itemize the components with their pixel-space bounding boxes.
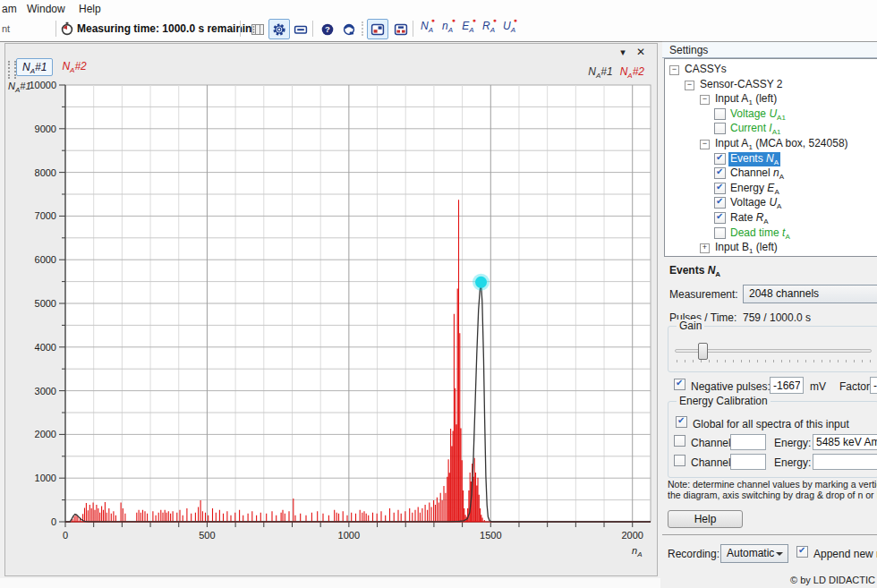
note-text-line1: Note: determine channel values by markin… [668,479,877,490]
tab-bar: NA#1NA#2 [16,58,92,76]
svg-text:4000: 4000 [35,342,56,353]
append-checkbox[interactable] [796,546,808,558]
energy1-input[interactable] [813,434,877,450]
chart-legend: NA#1NA#2 [588,65,644,80]
x-axis-unit: nA [632,545,642,558]
channel1-label: Channel: [691,437,734,449]
help-icon[interactable]: ? [317,19,338,39]
peak-marker[interactable] [475,277,487,288]
energy2-input[interactable] [813,454,877,470]
channel2-input[interactable] [730,454,766,470]
cassy-device-icon[interactable] [390,19,412,39]
toolbar-partial-text: nt [2,23,10,34]
energy-calibration-label: Energy Calibration [677,395,771,407]
tab-NA#2[interactable]: NA#2 [56,58,91,76]
tab-NA#1[interactable]: NA#1 [16,58,53,76]
tree-checkbox[interactable] [714,153,726,165]
energy1-label: Energy: [774,437,811,449]
events-section-title: Events NA [669,264,720,278]
svg-text:0: 0 [63,530,68,541]
svg-text:8000: 8000 [35,167,56,178]
recording-combobox[interactable]: Automatic [720,544,788,563]
collapse-icon[interactable]: − [700,140,710,149]
display-icon[interactable] [290,19,311,39]
svg-text:10000: 10000 [29,80,56,90]
measurement-label: Measurement: [669,288,738,301]
help-button[interactable]: Help [668,510,743,528]
svg-text:7000: 7000 [35,210,56,221]
new-value-dot-icon: ● [431,17,435,23]
note-text-line2: the diagram, axis switching by drag & dr… [668,490,877,500]
expand-icon[interactable]: + [700,243,710,253]
toolbar-separator [55,21,56,37]
legend-entry-NA#2: NA#2 [620,65,644,78]
global-spectra-label: Global for all spectra of this input [693,418,849,430]
svg-text:2000: 2000 [35,429,56,439]
energy2-label: Energy: [774,456,811,469]
svg-text:500: 500 [199,530,215,541]
new-value-dot-icon: ● [514,17,517,23]
cassy-lab-window: { "menu": {"items": ["am", "Window", "He… [0,0,877,588]
menu-bar: am Window Help [0,0,877,18]
svg-text:5000: 5000 [35,298,56,309]
factor-input[interactable] [870,377,877,394]
negative-pulses-input[interactable] [770,377,804,394]
channel1-checkbox[interactable] [674,435,685,447]
collapse-icon[interactable]: − [700,95,710,105]
stopwatch-icon [60,21,74,38]
collapse-icon[interactable]: − [669,65,679,75]
measuring-time-text: Measuring time: 1000.0 s remaining [77,22,259,35]
settings-title: Settings [669,44,708,56]
gain-slider-ticks [677,360,872,362]
drag-handle[interactable] [8,61,16,79]
svg-text:9000: 9000 [35,124,56,134]
global-spectra-checkbox[interactable] [676,416,687,428]
negative-pulses-checkbox[interactable] [674,379,685,390]
y-axis-title: NA#1 [8,81,31,94]
factor-label: Factor: [839,380,873,393]
quantity-button-EA[interactable]: EA● [458,20,478,37]
copyright-text: © by LD DIDACTIC G [790,575,877,585]
tree-checkbox[interactable] [714,108,726,120]
quantity-button-NA[interactable]: NA● [417,20,437,37]
menu-item-help[interactable]: Help [79,3,101,15]
new-value-dot-icon: ● [473,17,476,23]
cassy-connect-icon[interactable] [367,19,388,39]
svg-text:2000: 2000 [621,530,643,541]
quantity-button-RA[interactable]: RA● [479,20,498,37]
collapse-icon[interactable]: − [685,81,694,90]
channel2-checkbox[interactable] [674,455,685,466]
tree-checkbox[interactable] [714,123,726,134]
svg-text:3000: 3000 [35,386,56,396]
channel2-label: Channel: [691,456,734,469]
recording-label: Recording: [668,548,719,560]
menu-item-window[interactable]: Window [27,3,65,15]
layout-icon[interactable] [247,19,268,39]
section-divider [662,534,877,535]
tree-checkbox[interactable] [714,227,726,239]
gain-slider-thumb[interactable] [698,343,708,360]
panel-collapse-icon[interactable]: ▾ [616,46,630,58]
measurement-combobox[interactable]: 2048 channels [743,285,877,303]
tree-checkbox[interactable] [714,212,726,224]
new-value-dot-icon: ● [493,17,497,23]
menu-item-diagram-partial[interactable]: am [2,3,17,15]
quantity-button-UA[interactable]: UA● [499,20,519,37]
negative-pulses-unit: mV [810,380,826,393]
quantity-button-nA[interactable]: nA● [438,20,457,37]
tree-checkbox[interactable] [714,197,726,209]
gear-icon[interactable] [268,19,290,39]
svg-text:1000: 1000 [35,473,56,483]
pulses-time-value: 759 / 1000.0 s [743,311,811,324]
tree-checkbox[interactable] [714,167,726,179]
headset-icon[interactable] [338,19,360,39]
negative-pulses-label: Negative pulses: [691,380,771,393]
tree-checkbox[interactable] [714,183,726,194]
toolbar: nt Measuring time: 1000.0 s remaining [0,18,877,42]
close-icon[interactable]: ✕ [634,46,648,58]
channel1-input[interactable] [730,434,766,450]
gain-label: Gain [677,320,704,332]
legend-entry-NA#1: NA#1 [588,65,612,78]
spectrum-chart[interactable]: 0100020003000400050006000700080009000100… [5,44,657,575]
toolbar-separator [240,21,241,37]
